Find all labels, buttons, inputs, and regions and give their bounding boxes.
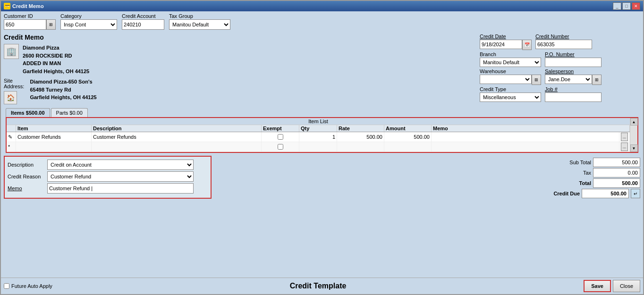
close-button[interactable]: Close [613,280,640,292]
warehouse-label: Warehouse [480,68,541,74]
job-input[interactable] [545,93,602,102]
credit-memo-window: 💳 Credit Memo _ □ ✕ Customer ID ⊞ Catego… [0,0,644,295]
company-name: Diamond Pizza [23,44,89,52]
th-description: Description [92,125,262,132]
credit-account-label: Credit Account [122,13,164,19]
category-label: Category [60,13,117,19]
category-group: Category Insp Cont [60,13,117,30]
site-addr1: 65498 Turney Rd [30,86,96,94]
salesperson-lookup-button[interactable]: ⊞ [592,75,602,85]
row-rate: 500.00 [337,132,384,142]
tax-value: 0.00 [593,168,640,177]
row-edit-icon: ✎ [7,132,16,142]
new-row-ellipsis-button[interactable]: ... [621,143,628,151]
site-address-label: SiteAddress: [4,78,24,89]
customer-id-lookup-button[interactable]: ⊞ [46,19,56,30]
top-form-bar: Customer ID ⊞ Category Insp Cont Credit … [1,11,643,32]
salesperson-label: Salesperson [545,68,602,74]
footer-buttons: Save Close [584,280,640,292]
total-label: Total [553,180,591,186]
memo-input[interactable] [47,183,194,194]
credit-due-value: 500.00 [582,189,629,198]
th-qty: Qty [299,125,337,132]
credit-account-input[interactable] [122,19,164,30]
memo-left-section: Credit Memo 🏢 Diamond Pizza 2600 ROCKSID… [4,34,475,104]
table-with-scroll: Item List Item Description Exempt Qty Ra… [7,118,637,152]
table-scrollbar[interactable]: ▲ ▼ [630,118,637,152]
category-select[interactable]: Insp Cont [60,19,117,30]
company-icon: 🏢 [4,44,19,59]
description-label: Description [8,162,45,168]
exempt-checkbox[interactable] [278,134,283,140]
company-addr1: 2600 ROCKSIDE RD [23,52,89,60]
tax-group-label: Tax Group [169,13,230,19]
future-auto-apply-label: Future Auto Apply [11,283,52,289]
credit-date-input[interactable] [480,40,522,49]
th-exempt: Exempt [262,125,299,132]
credit-date-label: Credit Date [480,34,532,39]
tax-group-select[interactable]: Manitou Default [169,19,230,30]
salesperson-group: Salesperson Jane.Doe ⊞ [545,68,602,85]
company-city: Garfield Heights, OH 44125 [23,67,89,76]
branch-select[interactable]: Manitou Default [480,58,541,67]
credit-date-input-group: 📅 [480,40,532,50]
row-amount: 500.00 [384,132,432,142]
th-item: Item [16,125,92,132]
minimize-button[interactable]: _ [613,2,621,10]
row-ellipsis-button[interactable]: ... [621,133,628,141]
new-row-amount [384,142,432,152]
row-qty: 1 [299,132,337,142]
credit-number-input[interactable] [535,40,592,49]
credit-reason-label: Credit Reason [8,174,45,179]
po-number-input[interactable] [545,58,602,67]
maximize-button[interactable]: □ [622,2,631,10]
warehouse-input-group: ⊞ [480,75,541,85]
table-row[interactable]: ✎ Customer Refunds Customer Refunds 1 50… [7,132,630,142]
new-exempt-checkbox[interactable] [278,144,283,150]
tax-group-group: Tax Group Manitou Default [169,13,230,30]
future-auto-apply-checkbox[interactable] [4,283,9,289]
tax-row: Tax 0.00 [216,168,640,177]
credit-number-label: Credit Number [535,34,592,39]
credit-type-select[interactable]: Miscellaneous [480,93,541,102]
row-dots-btn[interactable]: ... [619,132,630,142]
row-item: Customer Refunds [16,132,92,142]
customer-id-input[interactable] [4,19,46,30]
tab-parts[interactable]: Parts $0.00 [51,108,88,117]
footer-title: Credit Template [290,282,347,290]
company-addr2: ADDED IN MAN [23,59,89,67]
new-row-rate [337,142,384,152]
description-row: Description Credit on Account [8,160,208,170]
credit-due-action-button[interactable]: ↵ [631,189,640,198]
title-bar-left: 💳 Credit Memo [4,3,44,9]
description-select[interactable]: Credit on Account [47,160,194,170]
scroll-down-button[interactable]: ▼ [630,144,638,152]
new-row-item [16,142,92,152]
title-bar: 💳 Credit Memo _ □ ✕ [1,1,643,11]
site-icon: 🏠 [4,91,17,104]
po-number-label: P.O. Number [545,51,602,57]
warehouse-select[interactable] [480,75,532,84]
table-row[interactable]: * ... [7,142,630,152]
customer-id-label: Customer ID [4,13,56,19]
close-window-button[interactable]: ✕ [632,2,640,10]
customer-id-group: Customer ID ⊞ [4,13,56,30]
credit-date-calendar-button[interactable]: 📅 [522,40,532,50]
credit-date-number-row: Credit Date 📅 Credit Number [480,34,640,50]
bottom-left-form: Description Credit on Account Credit Rea… [4,156,212,199]
memo-title: Credit Memo [4,34,475,41]
table-header: Item Description Exempt Qty Rate Amount … [7,125,630,132]
salesperson-select[interactable]: Jane.Doe [545,75,592,84]
scroll-up-button[interactable]: ▲ [630,118,638,126]
new-row-star: * [7,142,16,152]
site-city: Garfield Heights, OH 44125 [30,93,96,101]
warehouse-lookup-button[interactable]: ⊞ [532,75,541,85]
credit-reason-select[interactable]: Customer Refund [47,171,194,182]
company-info: 🏢 Diamond Pizza 2600 ROCKSIDE RD ADDED I… [4,44,475,75]
save-button[interactable]: Save [584,280,611,292]
memo-label: Memo [8,185,45,191]
th-edit [7,125,16,132]
new-row-btn[interactable]: ... [619,142,630,152]
tab-items[interactable]: Items $500.00 [6,108,50,117]
tax-label: Tax [553,170,591,176]
